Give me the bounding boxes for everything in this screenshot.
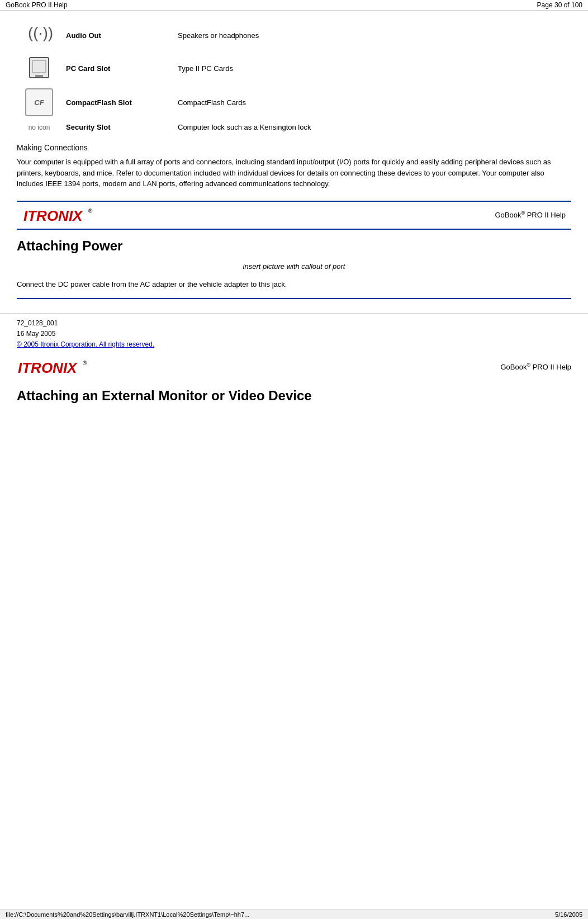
- cf-desc: CompactFlash Cards: [173, 85, 571, 120]
- attaching-monitor-title: Attaching an External Monitor or Video D…: [17, 388, 571, 404]
- cf-icon-cell: CF: [17, 85, 61, 120]
- table-row: PC Card Slot Type II PC Cards: [17, 52, 571, 85]
- copyright-line: © 2005 Itronix Corporation. All rights r…: [17, 339, 571, 350]
- attaching-power-body: Connect the DC power cable from the AC a…: [17, 279, 571, 290]
- status-bar: file://C:\Documents%20and%20Settings\bar…: [0, 909, 588, 919]
- audio-out-icon: ((·)): [25, 22, 53, 47]
- svg-text:((·)): ((·)): [28, 24, 53, 41]
- footer-text: 72_0128_001 16 May 2005 © 2005 Itronix C…: [17, 318, 571, 350]
- attaching-power-title: Attaching Power: [17, 238, 571, 254]
- security-icon-cell: no icon: [17, 120, 61, 135]
- footer-date: 16 May 2005: [17, 329, 571, 339]
- pc-card-desc: Type II PC Cards: [173, 52, 571, 85]
- picture-placeholder: insert picture with callout of port: [17, 262, 571, 271]
- copyright-link[interactable]: © 2005 Itronix Corporation. All rights r…: [17, 340, 154, 348]
- itronix-logo-1: ITRONIX ®: [22, 205, 95, 225]
- itronix-header-bar-2: ITRONIX ® GoBook® PRO II Help: [11, 355, 577, 380]
- section-divider: [17, 298, 571, 299]
- file-path: file://C:\Documents%20and%20Settings\bar…: [6, 911, 249, 918]
- table-row: no icon Security Slot Computer lock such…: [17, 120, 571, 135]
- pc-card-icon-cell: [17, 52, 61, 85]
- audio-out-label: Audio Out: [61, 19, 173, 52]
- table-row: ((·)) Audio Out Speakers or headphones: [17, 19, 571, 52]
- itronix-logo-svg-2: ITRONIX ®: [17, 357, 89, 377]
- status-date: 5/16/2005: [555, 911, 582, 918]
- icon-table: ((·)) Audio Out Speakers or headphones: [17, 19, 571, 135]
- doc-id: 72_0128_001: [17, 318, 571, 329]
- svg-text:®: ®: [88, 208, 93, 214]
- top-bar: GoBook PRO II Help Page 30 of 100: [0, 0, 588, 11]
- svg-text:ITRONIX: ITRONIX: [23, 207, 83, 224]
- security-slot-label: Security Slot: [61, 120, 173, 135]
- itronix-logo-2: ITRONIX ®: [17, 357, 89, 377]
- making-connections-heading: Making Connections: [17, 143, 571, 152]
- cf-icon: CF: [25, 88, 53, 116]
- security-slot-desc: Computer lock such as a Kensington lock: [173, 120, 571, 135]
- no-icon-label: no icon: [29, 124, 50, 131]
- cf-label: CompactFlash Slot: [61, 85, 173, 120]
- making-connections-body: Your computer is equipped with a full ar…: [17, 157, 571, 190]
- footer-section: 72_0128_001 16 May 2005 © 2005 Itronix C…: [0, 313, 588, 355]
- svg-text:ITRONIX: ITRONIX: [18, 359, 78, 376]
- table-row: CF CompactFlash Slot CompactFlash Cards: [17, 85, 571, 120]
- itronix-logo-svg-1: ITRONIX ®: [22, 205, 95, 225]
- page-info: Page 30 of 100: [537, 1, 582, 9]
- pc-card-icon: [25, 55, 53, 80]
- itronix-header-bar-1: ITRONIX ® GoBook® PRO II Help: [17, 201, 571, 230]
- audio-icon-cell: ((·)): [17, 19, 61, 52]
- svg-text:®: ®: [83, 360, 87, 366]
- gobook-label-2: GoBook® PRO II Help: [500, 362, 571, 371]
- svg-rect-3: [35, 75, 43, 77]
- app-title: GoBook PRO II Help: [6, 1, 68, 9]
- main-content: ((·)) Audio Out Speakers or headphones: [0, 11, 588, 313]
- pc-card-label: PC Card Slot: [61, 52, 173, 85]
- audio-out-desc: Speakers or headphones: [173, 19, 571, 52]
- gobook-label-1: GoBook® PRO II Help: [495, 210, 566, 219]
